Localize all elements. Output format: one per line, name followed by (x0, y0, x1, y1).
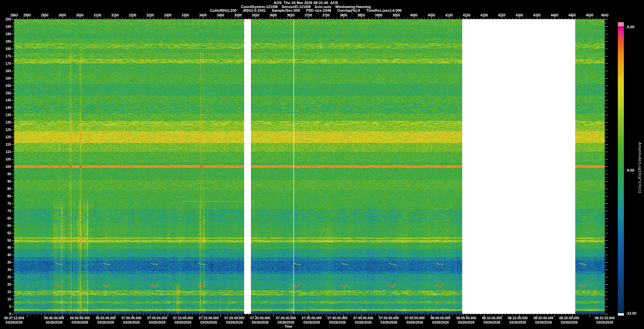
aos-spectrogram-window: AOS Thu 26 Mar 2026 08:31:40 AOS CoordSy… (0, 0, 644, 329)
spectrogram-plot-canvas (0, 0, 644, 329)
